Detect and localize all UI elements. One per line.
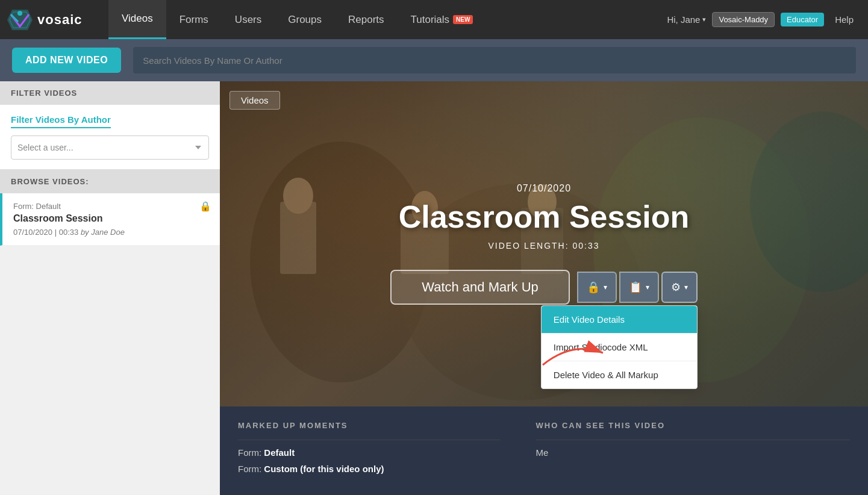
share-dropdown-icon: ▾ — [646, 283, 649, 291]
gear-dropdown-icon: ▾ — [684, 283, 688, 291]
gear-button-group: ⚙ ▾ Edit Video Details Import Studiocode… — [661, 272, 698, 303]
role-badge: Educator — [781, 13, 824, 26]
video-title-hero: Classroom Session — [399, 199, 690, 235]
delete-video-item[interactable]: Delete Video & All Markup — [542, 361, 697, 388]
nav-forms[interactable]: Forms — [166, 0, 222, 39]
video-item-title: Classroom Session — [13, 213, 209, 224]
marked-up-moments-section: MARKED UP MOMENTS Form: Default Form: Cu… — [238, 421, 500, 480]
search-input[interactable] — [133, 47, 856, 73]
logo-text: vosaic — [37, 12, 83, 28]
svg-point-11 — [283, 178, 313, 214]
section-divider — [238, 440, 500, 440]
nav-right: Hi, Jane ▾ Vosaic-Maddy Educator Help — [667, 12, 868, 27]
help-link[interactable]: Help — [830, 14, 858, 25]
who-me-label: Me — [536, 447, 850, 458]
lock-dropdown-icon: ▾ — [604, 283, 607, 291]
logo-area: vosaic — [0, 7, 108, 33]
main-layout: FILTER VIDEOS Filter Videos By Author Se… — [0, 81, 868, 495]
author-select[interactable]: Select a user... — [11, 135, 209, 160]
import-studiocode-item[interactable]: Import Studiocode XML — [542, 334, 697, 361]
action-bar: ADD NEW VIDEO — [0, 39, 868, 81]
gear-button[interactable]: ⚙ ▾ — [661, 272, 698, 303]
nav-items: Videos Forms Users Groups Reports Tutori… — [108, 0, 667, 39]
bottom-section: MARKED UP MOMENTS Form: Default Form: Cu… — [220, 406, 868, 494]
video-meta: 07/10/2020 | 00:33 by Jane Doe — [13, 228, 209, 237]
nav-groups[interactable]: Groups — [275, 0, 335, 39]
user-greeting[interactable]: Hi, Jane ▾ — [667, 14, 706, 25]
nav-reports[interactable]: Reports — [335, 0, 398, 39]
filter-videos-header: FILTER VIDEOS — [0, 81, 220, 105]
browse-videos-header: BROWSE VIDEOS: — [0, 170, 220, 193]
lock-button[interactable]: 🔒 ▾ — [577, 272, 617, 303]
form-custom-entry: Form: Custom (for this video only) — [238, 464, 500, 474]
add-new-video-button[interactable]: ADD NEW VIDEO — [12, 48, 121, 73]
lock-icon: 🔒 — [199, 201, 211, 212]
lock-button-group: 🔒 ▾ — [577, 272, 617, 303]
video-list: 🔒 Form: Default Classroom Session 07/10/… — [0, 193, 220, 495]
videos-breadcrumb-button[interactable]: Videos — [229, 91, 280, 110]
who-can-see-title: WHO CAN SEE THIS VIDEO — [536, 421, 850, 430]
share-button-group: 📋 ▾ — [619, 272, 659, 303]
edit-video-details-item[interactable]: Edit Video Details — [542, 306, 697, 334]
greeting-arrow-icon: ▾ — [702, 16, 706, 23]
nav-tutorials[interactable]: Tutorials NEW — [398, 0, 487, 39]
share-button[interactable]: 📋 ▾ — [619, 272, 659, 303]
video-length: VIDEO LENGTH: 00:33 — [488, 241, 599, 251]
filter-by-author-tab[interactable]: Filter Videos By Author — [11, 114, 111, 128]
top-navigation: vosaic Videos Forms Users Groups Reports… — [0, 0, 868, 39]
video-form-label: Form: Default — [13, 202, 209, 211]
main-content: Videos 07/10/2020 Classroom Session VIDE… — [220, 81, 868, 495]
nav-users[interactable]: Users — [222, 0, 275, 39]
share-icon: 📋 — [629, 281, 642, 294]
list-item[interactable]: 🔒 Form: Default Classroom Session 07/10/… — [0, 193, 220, 246]
video-actions: Watch and Mark Up 🔒 ▾ 📋 ▾ — [390, 270, 698, 305]
gear-icon: ⚙ — [671, 281, 681, 294]
video-breadcrumb: Videos — [229, 91, 280, 110]
svg-point-2 — [17, 11, 22, 16]
new-badge: NEW — [453, 15, 473, 24]
video-date: 07/10/2020 — [517, 183, 571, 194]
who-divider — [536, 440, 850, 440]
lock-icon: 🔒 — [587, 281, 600, 294]
marked-up-moments-title: MARKED UP MOMENTS — [238, 421, 500, 430]
sidebar: FILTER VIDEOS Filter Videos By Author Se… — [0, 81, 220, 495]
watch-and-markup-button[interactable]: Watch and Mark Up — [390, 270, 570, 305]
nav-videos[interactable]: Videos — [108, 0, 166, 39]
vosaic-logo-icon — [7, 7, 33, 33]
who-can-see-section: WHO CAN SEE THIS VIDEO Me — [536, 421, 850, 480]
workspace-badge[interactable]: Vosaic-Maddy — [712, 12, 775, 27]
video-hero: Videos 07/10/2020 Classroom Session VIDE… — [220, 81, 868, 406]
form-default-entry: Form: Default — [238, 447, 500, 458]
gear-dropdown-menu: Edit Video Details Import Studiocode XML… — [541, 305, 698, 389]
filter-section: Filter Videos By Author Select a user... — [0, 105, 220, 170]
